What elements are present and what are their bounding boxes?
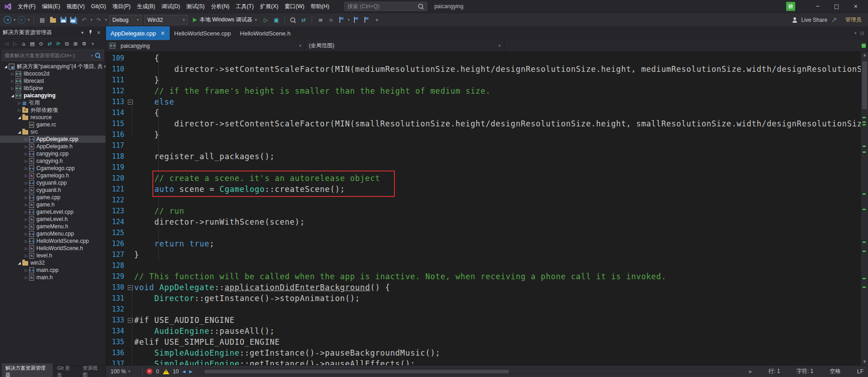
tree-item-main.h[interactable]: ▷hmain.h [0,274,106,281]
scroll-down-icon[interactable]: ▼ [861,359,868,365]
tree-item-cyguanli.cpp[interactable]: ▷++cyguanli.cpp [0,179,106,186]
warning-count-icon[interactable] [163,369,169,374]
sync-with-active-document-icon[interactable]: ⇄ [46,41,53,47]
zoom-select[interactable]: 100 % ▾ [111,368,139,375]
spaces-indicator[interactable]: 空格 [830,367,841,375]
properties-icon[interactable]: ⚙ [81,41,88,47]
tree-expander-icon[interactable]: ▷ [23,152,29,156]
start-without-debugging-icon[interactable]: ▷ [262,17,270,23]
maximize-button[interactable]: □ [827,0,846,13]
tree-expander-icon[interactable]: ◢ [3,65,9,69]
tree-expander-icon[interactable]: ▷ [23,254,29,258]
live-share-button[interactable]: Live Share [801,17,827,23]
tree-item-gameMenu.h[interactable]: ▷hgameMenu.h [0,223,106,230]
panel-tab-1[interactable]: Git 更改 [54,363,78,377]
eol-indicator[interactable]: LF [857,368,863,375]
open-file-icon[interactable] [49,17,57,23]
menu-item-1[interactable]: 编辑(E) [39,1,63,12]
tree-expander-icon[interactable]: ◢ [16,261,22,265]
document-tab-AppDelegate.cpp[interactable]: AppDelegate.cpp× [106,26,170,40]
menu-item-7[interactable]: 测试(S) [183,1,208,12]
tree-item-外部依赖项[interactable]: ▷外部依赖项 [0,106,106,114]
tree-expander-icon[interactable]: ▷ [23,217,29,221]
tree-item-引用[interactable]: ▷▦引用 [0,99,106,106]
collapse-all-icon[interactable]: ⊟ [63,41,71,47]
document-tab-HelloWorldScene.cpp[interactable]: HelloWorldScene.cpp [170,26,236,40]
refresh-icon[interactable]: ⟳ [55,41,62,47]
menu-item-8[interactable]: 分析(N) [208,1,233,12]
tree-expander-icon[interactable]: ▷ [23,239,29,243]
tool-back-icon[interactable]: ◁ [3,41,10,47]
switch-views-icon[interactable]: ▤ [29,41,36,47]
tree-item-HelloWorldScene.cpp[interactable]: ▷++HelloWorldScene.cpp [0,237,106,245]
save-icon[interactable] [59,17,67,23]
next-bookmark-icon[interactable] [362,17,370,23]
uncomment-lines-icon[interactable]: ≡ [327,17,335,23]
tree-expander-icon[interactable]: ▷ [23,210,29,214]
code-text[interactable]: 109 {110 director->setContentScaleFactor… [106,52,861,365]
home-icon[interactable]: ⌂ [20,41,27,47]
tree-item-librecast[interactable]: ▷++librecast [0,77,106,85]
solution-platform-select[interactable]: Win32▾ [144,15,188,25]
tree-expander-icon[interactable]: ▷ [16,108,22,112]
tree-item-paicangying[interactable]: ◢++paicangying [0,92,106,99]
tree-item-game.cpp[interactable]: ▷++game.cpp [0,194,106,201]
previous-issue-icon[interactable]: ◀ [182,369,186,374]
tab-close-icon[interactable]: × [161,30,165,36]
tree-expander-icon[interactable]: ▷ [23,203,29,207]
menu-item-3[interactable]: Git(G) [88,2,109,11]
tree-expander-icon[interactable]: ▷ [23,137,29,141]
panel-tab-0[interactable]: 解决方案资源管理器 [2,363,53,377]
tree-item-libSpine[interactable]: ▷++libSpine [0,85,106,92]
tree-item-win32[interactable]: ◢win32 [0,259,106,266]
tree-item-AppDelegate.h[interactable]: ▷hAppDelegate.h [0,143,106,150]
scroll-right-icon[interactable]: ▶ [749,369,752,374]
menu-item-5[interactable]: 生成(B) [134,1,158,12]
tree-expander-icon[interactable]: ▷ [23,225,29,229]
menu-item-11[interactable]: 窗口(W) [282,1,308,12]
tree-expander-icon[interactable]: ▷ [23,174,29,178]
tree-expander-icon[interactable]: ◢ [16,116,22,120]
solution-search-box[interactable]: ▾ [2,50,104,61]
tree-item-resource[interactable]: ◢resource [0,114,106,121]
tree-expander-icon[interactable]: ◢ [16,130,22,134]
toolbar-options-icon[interactable]: ▾ [373,17,381,23]
undo-icon[interactable]: ↶ [80,17,88,23]
sync-namespace-icon[interactable]: ⇄ [299,17,308,23]
vertical-scrollbar[interactable]: ▲ ▼ [861,52,868,365]
tree-item-解决方案“paicangying”(4 个项目, 共 4 个)[interactable]: ◢解决方案“paicangying”(4 个项目, 共 4 个) [0,63,106,70]
menu-item-4[interactable]: 项目(P) [109,1,134,12]
search-options-icon[interactable]: ▾ [91,54,93,58]
send-feedback-icon[interactable]: ↗ [831,15,837,24]
search-input[interactable] [348,3,418,10]
tree-item-src[interactable]: ◢src [0,128,106,136]
menu-item-9[interactable]: 工具(T) [232,1,257,12]
tree-expander-icon[interactable]: ▷ [16,101,22,105]
redo-icon[interactable]: ↷ [95,17,103,23]
tree-expander-icon[interactable]: ▷ [23,196,29,200]
toggle-bookmark-icon[interactable] [337,17,345,23]
tree-expander-icon[interactable]: ▷ [23,181,29,185]
tree-item-libcocos2d[interactable]: ▷++libcocos2d [0,70,106,77]
tree-expander-icon[interactable]: ▷ [23,188,29,192]
tree-expander-icon[interactable]: ▷ [23,276,29,280]
menu-item-6[interactable]: 调试(D) [158,1,183,12]
tree-item-cyguanli.h[interactable]: ▷hcyguanli.h [0,186,106,194]
show-all-files-icon[interactable]: ⊞ [72,41,79,47]
tree-expander-icon[interactable]: ▷ [23,232,29,236]
error-count-icon[interactable]: × [146,368,152,374]
menu-item-2[interactable]: 视图(V) [63,1,88,12]
performance-profiler-icon[interactable]: ▣ [272,17,280,23]
tree-item-gameLevel.h[interactable]: ▷hgameLevel.h [0,216,106,223]
code-editor[interactable]: 109 {110 director->setContentScaleFactor… [106,52,868,365]
minimize-button[interactable]: ─ [808,0,827,13]
previous-bookmark-icon[interactable] [352,17,360,23]
scrollbar-thumb[interactable] [862,61,867,110]
quick-launch-search[interactable] [344,2,427,11]
save-all-icon[interactable] [70,17,78,23]
tree-item-AppDelegate.cpp[interactable]: ▷++AppDelegate.cpp [0,136,106,143]
tree-item-HelloWorldScene.h[interactable]: ▷hHelloWorldScene.h [0,245,106,252]
tree-item-level.h[interactable]: ▷hlevel.h [0,252,106,259]
panel-close-icon[interactable]: × [95,30,103,35]
scrollbar-track[interactable] [861,58,868,359]
